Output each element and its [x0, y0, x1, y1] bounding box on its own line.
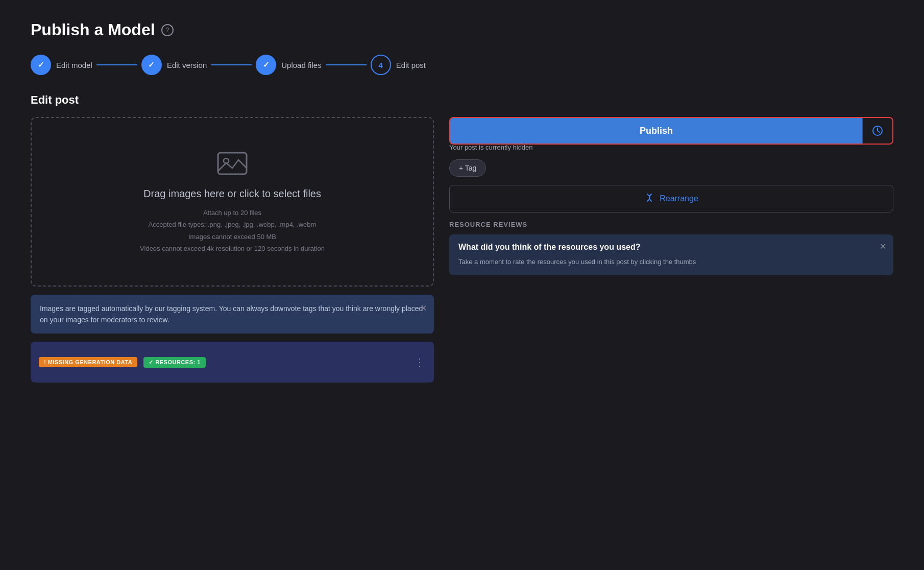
image-upload-icon: [217, 149, 248, 179]
step-4-circle: 4: [371, 55, 391, 75]
step-1-circle: ✓: [31, 55, 51, 75]
rearrange-button[interactable]: Rearrange: [449, 185, 893, 212]
step-4-label: Edit post: [396, 61, 426, 69]
tagging-info-box: Images are tagged automatically by our t…: [31, 295, 434, 334]
review-close-button[interactable]: ✕: [880, 242, 886, 251]
review-card-title: What did you think of the resources you …: [458, 243, 884, 252]
publish-section: Publish: [449, 117, 893, 145]
step-2-label: Edit version: [167, 61, 207, 69]
review-card-body: Take a moment to rate the resources you …: [458, 257, 884, 267]
step-1-label: Edit model: [56, 61, 92, 69]
resource-reviews-section: RESOURCE REVIEWS What did you think of t…: [449, 221, 893, 275]
left-column: Drag images here or click to select file…: [31, 117, 434, 383]
image-drop-zone[interactable]: Drag images here or click to select file…: [31, 117, 434, 287]
image-card: ! MISSING GENERATION DATA ✓ RESOURCES: 1…: [31, 342, 434, 383]
edit-post-title: Edit post: [31, 93, 893, 107]
post-hidden-status: Your post is currently hidden: [449, 144, 893, 151]
stepper: ✓ Edit model ✓ Edit version ✓ Upload fil…: [31, 55, 893, 75]
drop-zone-title: Drag images here or click to select file…: [143, 188, 321, 200]
connector-3: [326, 64, 367, 65]
page-title: Publish a Model: [31, 20, 155, 39]
schedule-button[interactable]: [862, 118, 892, 144]
missing-generation-badge: ! MISSING GENERATION DATA: [39, 357, 137, 367]
help-icon[interactable]: ?: [161, 24, 174, 36]
step-3-label: Upload files: [281, 61, 321, 69]
step-edit-post: 4 Edit post: [371, 55, 426, 75]
step-edit-model: ✓ Edit model: [31, 55, 92, 75]
image-card-menu-button[interactable]: ⋮: [415, 356, 426, 368]
tagging-info-text: Images are tagged automatically by our t…: [40, 304, 423, 324]
rearrange-icon: [644, 193, 654, 205]
tag-button[interactable]: + Tag: [449, 159, 486, 177]
rearrange-label: Rearrange: [660, 194, 698, 203]
clock-icon: [872, 125, 883, 136]
right-column: Publish Your post is currently hidden + …: [449, 117, 893, 275]
drop-zone-meta: Attach up to 20 files Accepted file type…: [140, 207, 325, 255]
review-card: What did you think of the resources you …: [449, 234, 893, 275]
main-layout: Drag images here or click to select file…: [31, 117, 893, 383]
page-title-row: Publish a Model ?: [31, 20, 893, 39]
step-2-circle: ✓: [141, 55, 162, 75]
step-3-circle: ✓: [256, 55, 276, 75]
step-upload-files: ✓ Upload files: [256, 55, 321, 75]
resource-reviews-title: RESOURCE REVIEWS: [449, 221, 893, 228]
resources-badge: ✓ RESOURCES: 1: [143, 357, 206, 368]
info-box-close-button[interactable]: ✕: [420, 302, 427, 315]
connector-1: [96, 64, 137, 65]
step-edit-version: ✓ Edit version: [141, 55, 207, 75]
publish-button[interactable]: Publish: [450, 118, 862, 144]
connector-2: [211, 64, 252, 65]
